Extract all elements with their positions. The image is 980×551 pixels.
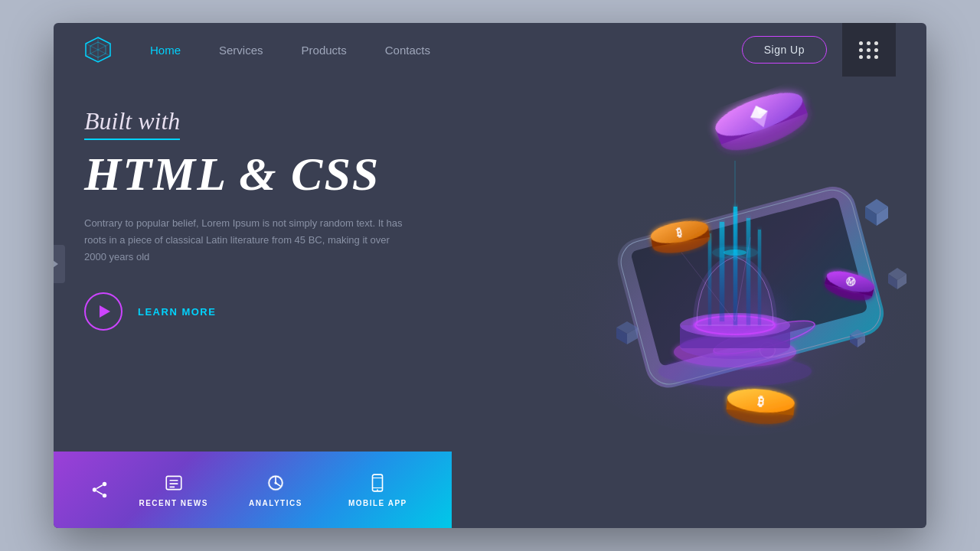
- recent-news-label: RECENT NEWS: [139, 499, 207, 507]
- bottom-recent-news[interactable]: RECENT NEWS: [122, 473, 224, 507]
- learn-more-link[interactable]: LEARN MORE: [138, 306, 216, 318]
- dots-grid-icon: [859, 41, 879, 59]
- play-button[interactable]: [84, 292, 122, 331]
- svg-point-74: [274, 481, 276, 484]
- nav-links: Home Services Products Contacts: [150, 44, 742, 57]
- nav-contacts[interactable]: Contacts: [385, 44, 430, 57]
- share-icon-wrapper[interactable]: [77, 480, 122, 500]
- side-arrow-button[interactable]: [54, 245, 65, 283]
- nav-products[interactable]: Products: [302, 44, 347, 57]
- analytics-label: ANALYTICS: [249, 499, 302, 507]
- nav-home[interactable]: Home: [150, 44, 181, 57]
- svg-line-68: [96, 491, 103, 494]
- hero-description: Contrary to popular belief, Lorem Ipsum …: [84, 215, 406, 266]
- svg-line-67: [96, 485, 103, 488]
- hero-illustration: ₿ ₿ Ⓜ: [498, 54, 926, 436]
- svg-rect-21: [746, 218, 750, 325]
- signup-button[interactable]: Sign Up: [742, 36, 827, 64]
- bottom-bar: RECENT NEWS ANALYTICS: [54, 452, 452, 528]
- mobile-app-label: MOBILE APP: [348, 499, 407, 507]
- svg-point-64: [103, 482, 106, 486]
- play-icon: [100, 305, 110, 318]
- svg-point-79: [377, 489, 378, 491]
- hero-section: Built with HTML & CSS Contrary to popula…: [54, 77, 926, 452]
- svg-rect-22: [758, 230, 761, 325]
- svg-point-60: [724, 249, 746, 256]
- svg-point-61: [658, 356, 812, 386]
- main-container: Home Services Products Contacts Sign Up …: [54, 23, 926, 528]
- logo-icon[interactable]: [84, 36, 112, 64]
- arrow-right-icon: [54, 259, 58, 269]
- svg-rect-23: [708, 233, 711, 325]
- navbar: Home Services Products Contacts Sign Up: [54, 23, 926, 77]
- hero-subtitle: Built with: [84, 107, 180, 140]
- mobile-app-icon: [368, 473, 387, 493]
- recent-news-icon: [164, 473, 184, 493]
- bottom-analytics[interactable]: ANALYTICS: [224, 473, 326, 507]
- svg-point-66: [103, 494, 106, 497]
- analytics-icon: [266, 473, 286, 493]
- nav-services[interactable]: Services: [219, 44, 263, 57]
- menu-dots-button[interactable]: [842, 23, 896, 77]
- cta-area: LEARN MORE: [84, 292, 467, 331]
- svg-point-65: [93, 487, 96, 491]
- svg-text:₿: ₿: [757, 395, 764, 409]
- signup-wrapper: Sign Up: [742, 36, 827, 64]
- svg-rect-76: [373, 474, 383, 491]
- hero-text: Built with HTML & CSS Contrary to popula…: [84, 99, 467, 331]
- share-icon: [90, 480, 109, 500]
- hero-title: HTML & CSS: [84, 148, 467, 200]
- bottom-mobile-app[interactable]: MOBILE APP: [327, 473, 429, 507]
